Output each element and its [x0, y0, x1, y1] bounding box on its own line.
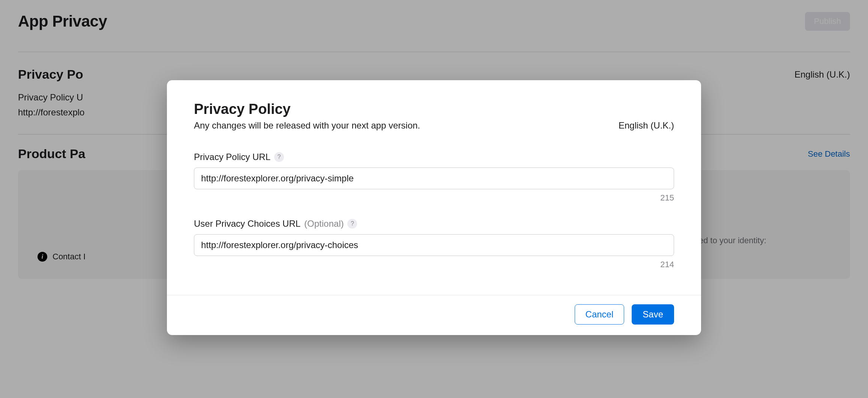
privacy-policy-modal: Privacy Policy Any changes will be relea… — [167, 80, 701, 335]
choices-char-count: 214 — [194, 260, 674, 269]
cancel-button[interactable]: Cancel — [575, 304, 625, 325]
save-button[interactable]: Save — [632, 304, 674, 325]
help-icon[interactable]: ? — [274, 152, 284, 162]
choices-url-input[interactable] — [194, 234, 674, 256]
help-icon[interactable]: ? — [347, 219, 357, 229]
modal-language: English (U.K.) — [619, 120, 674, 131]
optional-label: (Optional) — [304, 218, 344, 229]
privacy-url-input[interactable] — [194, 168, 674, 189]
choices-url-field-label: User Privacy Choices URL — [194, 218, 300, 229]
url-char-count: 215 — [194, 193, 674, 203]
privacy-url-field-label: Privacy Policy URL — [194, 152, 270, 162]
modal-title: Privacy Policy — [194, 101, 291, 117]
modal-subtitle: Any changes will be released with your n… — [194, 120, 420, 131]
